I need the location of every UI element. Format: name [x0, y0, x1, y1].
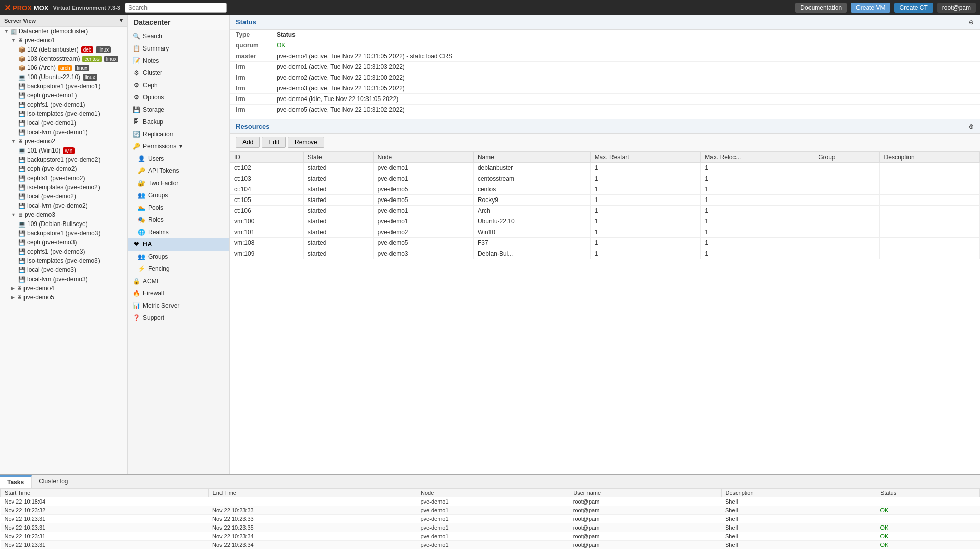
list-item[interactable]: Nov 22 10:23:31Nov 22 10:23:33pve-demo1r… — [1, 515, 980, 523]
tree-item-pve-demo5[interactable]: ▶🖥pve-demo5 — [0, 293, 127, 302]
expand-icon-pve-demo3[interactable]: ▼ — [11, 212, 16, 217]
nav-item-replication[interactable]: 🔄Replication — [128, 128, 229, 140]
table-row[interactable]: vm:108startedpve-demo5F3711 — [230, 238, 980, 248]
nav-item-storage[interactable]: 💾Storage — [128, 104, 229, 116]
table-row[interactable]: vm:101startedpve-demo2Win1011 — [230, 227, 980, 238]
tree-item-local-demo3[interactable]: 💾local (pve-demo3) — [0, 265, 127, 274]
table-row[interactable]: vm:109startedpve-demo3Debian-Bul...11 — [230, 248, 980, 259]
nav-item-ha[interactable]: ❤HA — [128, 238, 229, 251]
nav-item-roles[interactable]: 🎭Roles — [128, 214, 229, 226]
tree-item-pve-demo2[interactable]: ▼🖥pve-demo2 — [0, 137, 127, 146]
list-item[interactable]: Nov 22 10:23:32Nov 22 10:23:33pve-demo1r… — [1, 506, 980, 515]
tree-item-vm101[interactable]: 💻101 (Win10)win — [0, 146, 127, 155]
nav-expand-icon-permissions[interactable]: ▾ — [179, 143, 182, 150]
column-header[interactable]: State — [303, 152, 373, 163]
table-row[interactable]: vm:100startedpve-demo1Ubuntu-22.1011 — [230, 216, 980, 227]
tree-item-lvm-demo2[interactable]: 💾local-lvm (pve-demo2) — [0, 201, 127, 210]
list-item[interactable]: Nov 22 10:23:31Nov 22 10:23:34pve-demo1r… — [1, 541, 980, 549]
nav-item-firewall[interactable]: 🔥Firewall — [128, 287, 229, 299]
list-item[interactable]: Nov 22 10:18:04pve-demo1root@pamShell — [1, 497, 980, 506]
expand-icon-pve-demo5[interactable]: ▶ — [11, 295, 15, 300]
tree-item-ceph-demo1[interactable]: 💾ceph (pve-demo1) — [0, 91, 127, 100]
nav-item-options[interactable]: ⚙Options — [128, 91, 229, 104]
tasks-column-header[interactable]: User name — [569, 489, 721, 497]
column-header[interactable]: ID — [230, 152, 304, 163]
user-button[interactable]: root@pam — [937, 3, 976, 13]
column-header[interactable]: Max. Reloc... — [701, 152, 814, 163]
tasks-column-header[interactable]: Status — [876, 489, 979, 497]
search-input[interactable] — [125, 3, 227, 13]
tree-item-lvm-demo3[interactable]: 💾local-lvm (pve-demo3) — [0, 274, 127, 284]
table-row[interactable]: ct:102startedpve-demo1debianbuster11 — [230, 163, 980, 173]
column-header[interactable]: Description — [879, 152, 979, 163]
resources-collapse-icon[interactable]: ⊕ — [969, 123, 974, 130]
tree-item-iso-demo3[interactable]: 💾iso-templates (pve-demo3) — [0, 256, 127, 265]
tree-item-iso-demo1[interactable]: 💾iso-templates (pve-demo1) — [0, 109, 127, 118]
expand-icon-datacenter[interactable]: ▼ — [4, 29, 9, 34]
documentation-button[interactable]: Documentation — [795, 3, 847, 13]
column-header[interactable]: Name — [473, 152, 590, 163]
tree-item-vm102[interactable]: 📦102 (debianbuster)deblinux — [0, 45, 127, 54]
status-collapse-icon[interactable]: ⊖ — [969, 19, 974, 26]
expand-icon-pve-demo2[interactable]: ▼ — [11, 139, 16, 144]
tree-item-vm106[interactable]: 📦106 (Arch)archlinux — [0, 63, 127, 72]
column-header[interactable]: Max. Restart — [590, 152, 701, 163]
tasks-column-header[interactable]: Description — [721, 489, 876, 497]
nav-item-metric_server[interactable]: 📊Metric Server — [128, 299, 229, 312]
tree-item-bk1-demo3[interactable]: 💾backupstore1 (pve-demo3) — [0, 229, 127, 238]
tree-item-pve-demo1[interactable]: ▼🖥pve-demo1 — [0, 36, 127, 45]
edit-button[interactable]: Edit — [262, 137, 286, 148]
tree-item-cephfs1-demo2[interactable]: 💾cephfs1 (pve-demo2) — [0, 173, 127, 183]
nav-item-search[interactable]: 🔍Search — [128, 30, 229, 42]
table-row[interactable]: ct:103startedpve-demo1centosstream11 — [230, 173, 980, 184]
create-vm-button[interactable]: Create VM — [851, 3, 890, 13]
list-item[interactable]: Nov 22 10:23:31Nov 22 10:23:34pve-demo1r… — [1, 532, 980, 541]
column-header[interactable]: Node — [373, 152, 473, 163]
tree-item-cephfs1-demo3[interactable]: 💾cephfs1 (pve-demo3) — [0, 247, 127, 256]
add-button[interactable]: Add — [236, 137, 260, 148]
create-ct-button[interactable]: Create CT — [894, 3, 933, 13]
nav-item-pools[interactable]: 🏊Pools — [128, 202, 229, 214]
tree-item-ceph-demo2[interactable]: 💾ceph (pve-demo2) — [0, 164, 127, 173]
tree-item-vm100[interactable]: 💻100 (Ubuntu-22.10)linux — [0, 72, 127, 82]
nav-item-users[interactable]: 👤Users — [128, 153, 229, 165]
tree-item-cephfs1-demo1[interactable]: 💾cephfs1 (pve-demo1) — [0, 100, 127, 109]
remove-button[interactable]: Remove — [288, 137, 324, 148]
nav-item-summary[interactable]: 📋Summary — [128, 42, 229, 55]
nav-item-support[interactable]: ❓Support — [128, 312, 229, 324]
tasks-column-header[interactable]: Node — [416, 489, 569, 497]
nav-item-ha_groups[interactable]: 👥Groups — [128, 251, 229, 263]
tree-item-pve-demo4[interactable]: ▶🖥pve-demo4 — [0, 284, 127, 293]
tree-item-datacenter[interactable]: ▼🏢Datacenter (democluster) — [0, 27, 127, 36]
tree-item-bk1-demo2[interactable]: 💾backupstore1 (pve-demo2) — [0, 155, 127, 164]
nav-item-backup[interactable]: 🗄Backup — [128, 116, 229, 128]
nav-item-acme[interactable]: 🔒ACME — [128, 275, 229, 287]
list-item[interactable]: Nov 22 10:23:31Nov 22 10:23:35pve-demo1r… — [1, 523, 980, 532]
table-row[interactable]: ct:105startedpve-demo5Rocky911 — [230, 195, 980, 206]
nav-item-ceph[interactable]: ⚙Ceph — [128, 79, 229, 91]
expand-icon-pve-demo1[interactable]: ▼ — [11, 38, 16, 43]
table-row[interactable]: ct:104startedpve-demo5centos11 — [230, 184, 980, 195]
tree-item-local-demo1[interactable]: 💾local (pve-demo1) — [0, 118, 127, 128]
tree-item-iso-demo2[interactable]: 💾iso-templates (pve-demo2) — [0, 183, 127, 192]
tree-item-ceph-demo3[interactable]: 💾ceph (pve-demo3) — [0, 238, 127, 247]
tree-item-local-demo2[interactable]: 💾local (pve-demo2) — [0, 192, 127, 201]
tree-item-vm103[interactable]: 📦103 (centosstream)centoslinux — [0, 54, 127, 63]
expand-icon-pve-demo4[interactable]: ▶ — [11, 286, 15, 291]
tab-tasks[interactable]: Tasks — [0, 475, 32, 488]
nav-item-api_tokens[interactable]: 🔑API Tokens — [128, 165, 229, 177]
nav-item-groups[interactable]: 👥Groups — [128, 189, 229, 202]
nav-item-fencing[interactable]: ⚡Fencing — [128, 263, 229, 275]
tree-item-vm109[interactable]: 💻109 (Debian-Bullseye) — [0, 219, 127, 229]
tasks-column-header[interactable]: End Time — [208, 489, 416, 497]
nav-item-realms[interactable]: 🌐Realms — [128, 226, 229, 238]
tree-item-lvm-demo1[interactable]: 💾local-lvm (pve-demo1) — [0, 128, 127, 137]
nav-item-notes[interactable]: 📝Notes — [128, 55, 229, 67]
sidebar-dropdown-icon[interactable]: ▾ — [120, 17, 123, 24]
column-header[interactable]: Group — [814, 152, 879, 163]
tab-cluster-log[interactable]: Cluster log — [32, 475, 76, 488]
tree-item-pve-demo3[interactable]: ▼🖥pve-demo3 — [0, 210, 127, 219]
nav-item-permissions[interactable]: 🔑Permissions ▾ — [128, 140, 229, 153]
tasks-column-header[interactable]: Start Time — [1, 489, 209, 497]
table-row[interactable]: ct:106startedpve-demo1Arch11 — [230, 206, 980, 216]
